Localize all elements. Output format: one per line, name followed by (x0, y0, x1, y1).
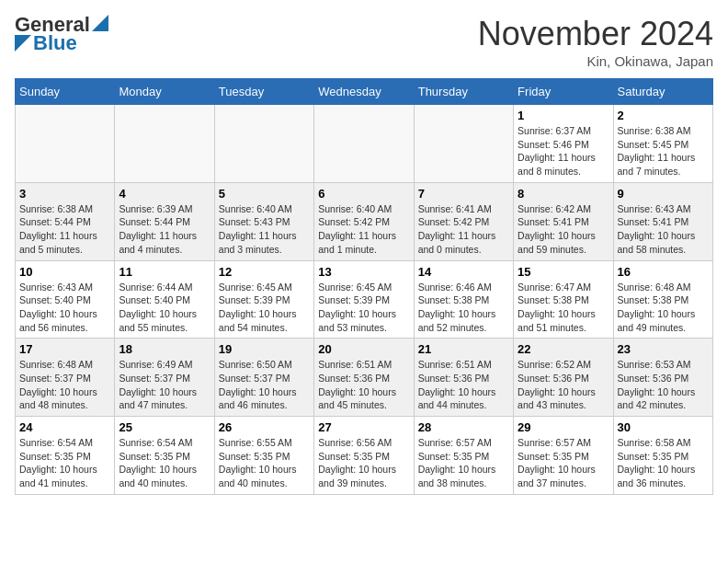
day-number: 2 (618, 109, 709, 122)
calendar-cell: 12Sunrise: 6:45 AMSunset: 5:39 PMDayligh… (214, 260, 313, 339)
day-info: Sunrise: 6:57 AMSunset: 5:35 PMDaylight:… (518, 436, 609, 490)
calendar-cell: 29Sunrise: 6:57 AMSunset: 5:35 PMDayligh… (514, 417, 613, 495)
day-number: 13 (318, 265, 409, 279)
header-tuesday: Tuesday (214, 79, 313, 105)
calendar-cell (414, 105, 513, 183)
logo-arrow2-icon (15, 35, 31, 52)
calendar-cell: 1Sunrise: 6:37 AMSunset: 5:46 PMDaylight… (514, 105, 613, 183)
day-number: 22 (518, 342, 609, 356)
logo-arrow-icon (92, 15, 108, 31)
day-info: Sunrise: 6:55 AMSunset: 5:35 PMDaylight:… (219, 436, 310, 490)
day-number: 12 (219, 265, 310, 279)
week-row-2: 3Sunrise: 6:38 AMSunset: 5:44 PMDaylight… (16, 182, 713, 260)
calendar-cell: 5Sunrise: 6:40 AMSunset: 5:43 PMDaylight… (214, 182, 313, 260)
day-info: Sunrise: 6:37 AMSunset: 5:46 PMDaylight:… (518, 124, 609, 178)
day-info: Sunrise: 6:46 AMSunset: 5:38 PMDaylight:… (418, 281, 509, 335)
day-info: Sunrise: 6:40 AMSunset: 5:43 PMDaylight:… (219, 202, 310, 257)
calendar-cell: 23Sunrise: 6:53 AMSunset: 5:36 PMDayligh… (613, 339, 712, 417)
calendar-cell: 13Sunrise: 6:45 AMSunset: 5:39 PMDayligh… (314, 260, 414, 339)
week-row-3: 10Sunrise: 6:43 AMSunset: 5:40 PMDayligh… (16, 260, 713, 339)
day-number: 3 (19, 187, 110, 201)
day-number: 24 (19, 420, 110, 434)
day-info: Sunrise: 6:54 AMSunset: 5:35 PMDaylight:… (119, 436, 210, 490)
calendar-cell: 26Sunrise: 6:55 AMSunset: 5:35 PMDayligh… (214, 417, 313, 495)
day-info: Sunrise: 6:39 AMSunset: 5:44 PMDaylight:… (119, 202, 210, 257)
day-info: Sunrise: 6:47 AMSunset: 5:38 PMDaylight:… (518, 281, 609, 335)
day-info: Sunrise: 6:40 AMSunset: 5:42 PMDaylight:… (318, 202, 409, 257)
day-info: Sunrise: 6:53 AMSunset: 5:36 PMDaylight:… (618, 358, 709, 412)
day-number: 9 (618, 187, 709, 201)
day-number: 17 (19, 342, 110, 356)
day-info: Sunrise: 6:56 AMSunset: 5:35 PMDaylight:… (318, 436, 409, 490)
calendar-cell: 25Sunrise: 6:54 AMSunset: 5:35 PMDayligh… (115, 417, 214, 495)
day-number: 26 (219, 420, 310, 434)
svg-marker-0 (92, 15, 108, 31)
day-info: Sunrise: 6:54 AMSunset: 5:35 PMDaylight:… (19, 436, 110, 490)
day-info: Sunrise: 6:43 AMSunset: 5:40 PMDaylight:… (19, 281, 110, 335)
day-number: 25 (119, 420, 210, 434)
calendar-cell (115, 105, 214, 183)
calendar-cell: 19Sunrise: 6:50 AMSunset: 5:37 PMDayligh… (214, 339, 313, 417)
day-number: 7 (418, 187, 509, 201)
day-info: Sunrise: 6:44 AMSunset: 5:40 PMDaylight:… (119, 281, 210, 335)
location: Kin, Okinawa, Japan (478, 53, 713, 69)
day-number: 21 (418, 342, 509, 356)
calendar-cell: 10Sunrise: 6:43 AMSunset: 5:40 PMDayligh… (16, 260, 115, 339)
day-info: Sunrise: 6:50 AMSunset: 5:37 PMDaylight:… (219, 358, 310, 412)
day-info: Sunrise: 6:48 AMSunset: 5:37 PMDaylight:… (19, 358, 110, 412)
day-number: 28 (418, 420, 509, 434)
calendar-cell: 30Sunrise: 6:58 AMSunset: 5:35 PMDayligh… (613, 417, 712, 495)
day-number: 23 (618, 342, 709, 356)
calendar-cell: 17Sunrise: 6:48 AMSunset: 5:37 PMDayligh… (16, 339, 115, 417)
logo-blue-text: Blue (33, 33, 77, 53)
calendar-cell: 15Sunrise: 6:47 AMSunset: 5:38 PMDayligh… (514, 260, 613, 339)
calendar-cell: 22Sunrise: 6:52 AMSunset: 5:36 PMDayligh… (514, 339, 613, 417)
calendar-cell: 2Sunrise: 6:38 AMSunset: 5:45 PMDaylight… (613, 105, 712, 183)
day-info: Sunrise: 6:51 AMSunset: 5:36 PMDaylight:… (318, 358, 409, 412)
calendar-cell: 16Sunrise: 6:48 AMSunset: 5:38 PMDayligh… (613, 260, 712, 339)
day-info: Sunrise: 6:49 AMSunset: 5:37 PMDaylight:… (119, 358, 210, 412)
calendar-cell: 7Sunrise: 6:41 AMSunset: 5:42 PMDaylight… (414, 182, 513, 260)
calendar-cell: 20Sunrise: 6:51 AMSunset: 5:36 PMDayligh… (314, 339, 414, 417)
day-info: Sunrise: 6:42 AMSunset: 5:41 PMDaylight:… (518, 202, 609, 257)
day-info: Sunrise: 6:38 AMSunset: 5:45 PMDaylight:… (618, 124, 709, 178)
month-title: November 2024 (478, 15, 713, 53)
calendar-cell: 11Sunrise: 6:44 AMSunset: 5:40 PMDayligh… (115, 260, 214, 339)
calendar-cell: 18Sunrise: 6:49 AMSunset: 5:37 PMDayligh… (115, 339, 214, 417)
day-number: 14 (418, 265, 509, 279)
header-sunday: Sunday (16, 79, 115, 105)
day-number: 5 (219, 187, 310, 201)
calendar-cell: 21Sunrise: 6:51 AMSunset: 5:36 PMDayligh… (414, 339, 513, 417)
calendar-cell: 24Sunrise: 6:54 AMSunset: 5:35 PMDayligh… (16, 417, 115, 495)
header-saturday: Saturday (613, 79, 712, 105)
week-row-4: 17Sunrise: 6:48 AMSunset: 5:37 PMDayligh… (16, 339, 713, 417)
calendar-header-row: SundayMondayTuesdayWednesdayThursdayFrid… (16, 79, 713, 105)
week-row-1: 1Sunrise: 6:37 AMSunset: 5:46 PMDaylight… (16, 105, 713, 183)
day-info: Sunrise: 6:57 AMSunset: 5:35 PMDaylight:… (418, 436, 509, 490)
week-row-5: 24Sunrise: 6:54 AMSunset: 5:35 PMDayligh… (16, 417, 713, 495)
day-info: Sunrise: 6:52 AMSunset: 5:36 PMDaylight:… (518, 358, 609, 412)
header-thursday: Thursday (414, 79, 513, 105)
day-info: Sunrise: 6:58 AMSunset: 5:35 PMDaylight:… (618, 436, 709, 490)
day-number: 11 (119, 265, 210, 279)
day-number: 8 (518, 187, 609, 201)
calendar-cell: 9Sunrise: 6:43 AMSunset: 5:41 PMDaylight… (613, 182, 712, 260)
day-number: 15 (518, 265, 609, 279)
day-info: Sunrise: 6:43 AMSunset: 5:41 PMDaylight:… (618, 202, 709, 257)
header-wednesday: Wednesday (314, 79, 414, 105)
day-info: Sunrise: 6:51 AMSunset: 5:36 PMDaylight:… (418, 358, 509, 412)
calendar-cell: 27Sunrise: 6:56 AMSunset: 5:35 PMDayligh… (314, 417, 414, 495)
day-number: 18 (119, 342, 210, 356)
day-info: Sunrise: 6:41 AMSunset: 5:42 PMDaylight:… (418, 202, 509, 257)
day-info: Sunrise: 6:48 AMSunset: 5:38 PMDaylight:… (618, 281, 709, 335)
day-number: 29 (518, 420, 609, 434)
header-friday: Friday (514, 79, 613, 105)
title-block: November 2024 Kin, Okinawa, Japan (478, 15, 713, 69)
day-number: 19 (219, 342, 310, 356)
day-number: 20 (318, 342, 409, 356)
day-info: Sunrise: 6:45 AMSunset: 5:39 PMDaylight:… (318, 281, 409, 335)
calendar-cell (314, 105, 414, 183)
day-number: 30 (618, 420, 709, 434)
day-info: Sunrise: 6:45 AMSunset: 5:39 PMDaylight:… (219, 281, 310, 335)
calendar-cell: 8Sunrise: 6:42 AMSunset: 5:41 PMDaylight… (514, 182, 613, 260)
